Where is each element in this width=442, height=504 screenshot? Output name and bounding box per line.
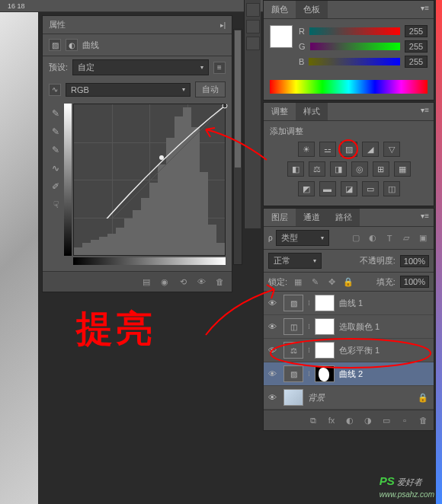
visibility-icon[interactable]: 👁 <box>268 369 279 378</box>
panel-menu-icon[interactable]: ▾≡ <box>416 1 434 18</box>
new-layer-icon[interactable]: ▫ <box>399 415 411 426</box>
reset-icon[interactable]: ⟲ <box>177 276 189 287</box>
prev-state-icon[interactable]: ◉ <box>159 276 171 287</box>
threshold-icon[interactable]: ◪ <box>341 181 357 196</box>
lock-trans-icon[interactable]: ▦ <box>292 276 304 288</box>
r-value[interactable]: 255 <box>405 25 428 37</box>
filter-adj-icon[interactable]: ◐ <box>367 232 379 244</box>
colorbalance-icon[interactable]: ⚖ <box>309 161 325 177</box>
panel-scrollbar[interactable] <box>233 29 242 265</box>
properties-panel: 属性 ▸| ▨ ◐ 曲线 预设: 自定 ▾ ≡ ∿ RGB ▾ 自动 ✎ ✎ ✎… <box>42 15 232 292</box>
b-slider[interactable] <box>309 58 400 65</box>
g-slider[interactable] <box>310 43 400 50</box>
auto-button[interactable]: 自动 <box>195 81 226 97</box>
visibility-icon[interactable]: 👁 <box>195 276 207 287</box>
colorlookup-icon[interactable]: ▦ <box>394 161 411 177</box>
mask-icon[interactable]: ◐ <box>344 415 356 426</box>
invert-icon[interactable]: ◩ <box>298 181 315 196</box>
eyedropper-gray-icon[interactable]: ✎ <box>49 125 62 139</box>
layer-row[interactable]: 👁 ▨ ⁞ 曲线 1 <box>264 292 434 315</box>
tab-styles[interactable]: 样式 <box>296 103 328 120</box>
r-slider[interactable] <box>309 27 400 35</box>
layer-row-selected[interactable]: 👁 ▨ ⁞ 曲线 2 <box>264 362 434 386</box>
curves-adj-icon[interactable]: ▨ <box>341 142 357 157</box>
gradientmap-icon[interactable]: ▭ <box>362 181 379 196</box>
eyedropper-black-icon[interactable]: ✎ <box>49 107 62 120</box>
fill-value[interactable]: 100% <box>400 276 429 288</box>
mask-thumb[interactable] <box>315 365 335 382</box>
tab-swatches[interactable]: 色板 <box>296 1 328 18</box>
brightness-icon[interactable]: ☀ <box>298 142 315 157</box>
vibrance-icon[interactable]: ▽ <box>383 142 400 157</box>
levels-icon[interactable]: ⚍ <box>319 142 336 157</box>
edit-points-icon[interactable]: ∿ <box>49 161 62 175</box>
preset-select[interactable]: 自定 ▾ <box>72 59 209 75</box>
color-spectrum[interactable] <box>270 80 428 94</box>
properties-tab[interactable]: 属性 ▸| <box>43 16 232 34</box>
layer-row[interactable]: 👁 ⚖ ⁞ 色彩平衡 1 <box>264 339 434 362</box>
group-icon[interactable]: ▭ <box>380 415 392 426</box>
visibility-icon[interactable]: 👁 <box>268 298 279 308</box>
filter-smart-icon[interactable]: ▣ <box>417 232 429 244</box>
preset-value: 自定 <box>78 62 94 73</box>
lock-all-icon[interactable]: 🔒 <box>342 276 354 288</box>
draw-curve-icon[interactable]: ✐ <box>49 180 62 193</box>
visibility-icon[interactable]: 👁 <box>268 393 279 402</box>
tab-layers[interactable]: 图层 <box>264 209 296 226</box>
filter-shape-icon[interactable]: ▱ <box>400 232 412 244</box>
hue-icon[interactable]: ◧ <box>287 161 304 177</box>
panel-menu-icon[interactable]: ▾≡ <box>416 103 434 120</box>
image-thumb[interactable] <box>283 389 303 406</box>
visibility-icon[interactable]: 👁 <box>268 346 279 355</box>
filter-pixel-icon[interactable]: ▢ <box>350 232 362 244</box>
blend-mode-select[interactable]: 正常▾ <box>268 253 322 269</box>
hand-icon[interactable]: ☟ <box>49 198 62 212</box>
opacity-value[interactable]: 100% <box>400 255 429 267</box>
lock-pixels-icon[interactable]: ✎ <box>309 276 321 288</box>
lock-pos-icon[interactable]: ✥ <box>325 276 338 288</box>
right-dock: 颜色 色板 ▾≡ R255 G255 B255 调整 样式 ▾≡ 添加调整 ☀ … <box>263 0 434 431</box>
link-icon: ⁞ <box>308 299 310 307</box>
visibility-icon[interactable]: 👁 <box>268 322 279 331</box>
g-value[interactable]: 255 <box>405 40 428 53</box>
link-layers-icon[interactable]: ⧉ <box>307 415 319 426</box>
filter-type-icon[interactable]: T <box>383 232 396 244</box>
layer-row[interactable]: 👁 ◫ ⁞ 选取颜色 1 <box>264 315 434 339</box>
panel-title: 曲线 <box>82 40 99 51</box>
bw-icon[interactable]: ◨ <box>330 161 347 177</box>
curves-graph[interactable] <box>73 104 226 256</box>
preset-menu-icon[interactable]: ≡ <box>213 62 226 74</box>
dock-icon[interactable] <box>246 20 260 33</box>
svg-point-2 <box>159 155 164 160</box>
tab-color[interactable]: 颜色 <box>264 1 296 18</box>
channelmixer-icon[interactable]: ⊞ <box>373 161 389 177</box>
link-icon: ⁞ <box>308 370 310 378</box>
link-icon: ⁞ <box>308 323 310 330</box>
layer-row[interactable]: 👁 背景 🔒 <box>264 386 434 410</box>
new-adj-icon[interactable]: ◑ <box>362 415 374 426</box>
mask-thumb[interactable] <box>315 295 335 311</box>
collapse-icon[interactable]: ▸| <box>220 21 226 29</box>
tab-channels[interactable]: 通道 <box>296 209 328 226</box>
photofilter-icon[interactable]: ◎ <box>351 161 368 177</box>
tab-paths[interactable]: 路径 <box>328 209 360 226</box>
dock-icon[interactable] <box>246 37 260 50</box>
panel-footer: ▤ ◉ ⟲ 👁 🗑 <box>43 271 232 292</box>
eyedropper-white-icon[interactable]: ✎ <box>49 143 62 157</box>
mask-thumb[interactable] <box>315 318 335 335</box>
dock-icon[interactable] <box>246 3 260 17</box>
tab-adjustments[interactable]: 调整 <box>264 103 296 120</box>
posterize-icon[interactable]: ▬ <box>319 181 336 196</box>
channel-select[interactable]: RGB ▾ <box>66 83 191 97</box>
fg-bg-swatch[interactable] <box>270 25 293 48</box>
b-value[interactable]: 255 <box>405 56 428 68</box>
selectivecolor-icon[interactable]: ◫ <box>383 181 400 196</box>
clip-icon[interactable]: ▤ <box>140 276 152 287</box>
mask-thumb[interactable] <box>315 342 335 359</box>
panel-menu-icon[interactable]: ▾≡ <box>416 209 434 226</box>
filter-kind-select[interactable]: 类型▾ <box>276 230 329 246</box>
exposure-icon[interactable]: ◢ <box>362 142 379 157</box>
trash-icon[interactable]: 🗑 <box>417 415 429 426</box>
trash-icon[interactable]: 🗑 <box>213 276 226 287</box>
fx-icon[interactable]: fx <box>325 415 338 426</box>
